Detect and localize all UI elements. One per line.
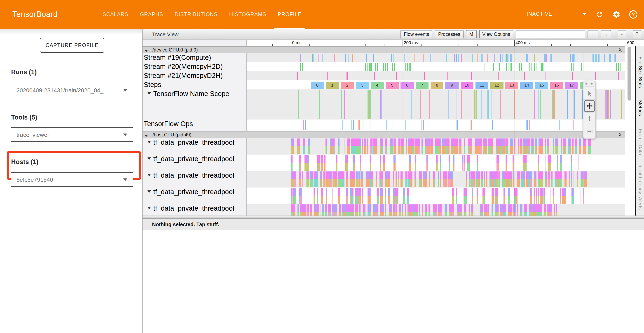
trace-event[interactable] — [498, 146, 498, 154]
trace-event[interactable] — [434, 179, 435, 187]
trace-event[interactable] — [370, 204, 371, 212]
trace-event[interactable] — [433, 179, 434, 187]
trace-event[interactable] — [496, 138, 497, 146]
collapse-triangle-icon[interactable] — [144, 135, 148, 137]
trace-event[interactable] — [441, 54, 442, 62]
trace-event[interactable] — [304, 155, 306, 163]
trace-lanes-viewport[interactable]: /device:GPU:0 (pid 0)XStream #19(Compute… — [142, 46, 635, 216]
trace-event[interactable] — [534, 54, 535, 62]
trace-event[interactable] — [318, 155, 318, 163]
trace-event[interactable] — [514, 146, 516, 154]
trace-event[interactable] — [318, 212, 319, 216]
trace-event[interactable] — [342, 204, 344, 212]
trace-event[interactable] — [506, 179, 508, 187]
trace-row-label[interactable]: Stream #19(Compute) — [142, 53, 246, 62]
trace-event[interactable] — [562, 196, 564, 204]
trace-event[interactable] — [380, 172, 380, 179]
trace-event[interactable] — [354, 188, 354, 196]
trace-event[interactable] — [483, 188, 484, 196]
toolbar-button-view-options[interactable]: View Options — [479, 30, 514, 38]
trace-event[interactable] — [383, 63, 384, 71]
trace-event[interactable] — [572, 196, 572, 204]
trace-event[interactable] — [402, 204, 403, 212]
trace-event[interactable] — [530, 188, 531, 196]
toolbar-help-button[interactable]: ? — [633, 30, 641, 38]
trace-event[interactable] — [572, 146, 573, 154]
trace-event[interactable] — [471, 204, 472, 212]
trace-event[interactable] — [479, 212, 480, 216]
trace-event[interactable] — [529, 146, 530, 154]
trace-event[interactable] — [302, 204, 304, 212]
trace-event[interactable] — [552, 212, 552, 216]
trace-event[interactable] — [317, 196, 318, 204]
trace-event[interactable] — [291, 163, 292, 170]
trace-event[interactable] — [338, 146, 340, 154]
trace-event[interactable] — [422, 179, 425, 187]
trace-event[interactable] — [545, 138, 546, 146]
trace-event[interactable] — [398, 138, 400, 146]
trace-event[interactable] — [354, 188, 356, 196]
trace-event[interactable] — [310, 179, 312, 187]
trace-event[interactable] — [434, 172, 435, 179]
trace-event[interactable] — [486, 172, 488, 179]
trace-event[interactable] — [511, 179, 512, 187]
trace-event[interactable] — [504, 146, 506, 154]
trace-event[interactable] — [473, 179, 474, 187]
trace-event[interactable] — [596, 54, 596, 62]
trace-event[interactable] — [369, 172, 370, 179]
trace-event[interactable] — [427, 138, 429, 146]
trace-event[interactable] — [448, 72, 448, 80]
trace-event[interactable] — [396, 155, 396, 163]
trace-event[interactable] — [616, 63, 616, 71]
trace-event[interactable] — [335, 172, 336, 179]
trace-event[interactable] — [497, 204, 498, 212]
trace-event[interactable] — [351, 204, 353, 212]
trace-event[interactable] — [393, 188, 395, 196]
trace-event[interactable] — [294, 196, 296, 204]
trace-event[interactable] — [493, 63, 494, 71]
trace-event[interactable] — [483, 196, 484, 204]
trace-event[interactable] — [416, 90, 416, 119]
trace-event[interactable] — [372, 146, 374, 154]
trace-event[interactable] — [500, 90, 501, 119]
trace-event[interactable] — [526, 54, 528, 62]
trace-event[interactable] — [336, 204, 337, 212]
trace-event[interactable] — [486, 204, 487, 212]
step-chip[interactable]: 9 — [446, 82, 458, 88]
trace-event[interactable] — [308, 188, 308, 196]
trace-event[interactable] — [435, 138, 436, 146]
trace-event[interactable] — [447, 146, 448, 154]
trace-event[interactable] — [427, 155, 428, 163]
trace-event[interactable] — [313, 196, 315, 204]
trace-event[interactable] — [550, 196, 550, 204]
trace-event[interactable] — [359, 212, 360, 216]
trace-event[interactable] — [413, 146, 414, 154]
trace-event[interactable] — [557, 155, 558, 163]
trace-event[interactable] — [525, 138, 526, 146]
trace-event[interactable] — [539, 179, 540, 187]
trace-event[interactable] — [370, 138, 372, 146]
trace-lane[interactable] — [246, 171, 625, 188]
trace-event[interactable] — [428, 212, 430, 216]
trace-event[interactable] — [300, 188, 302, 196]
trace-event[interactable] — [583, 138, 584, 146]
trace-event[interactable] — [471, 179, 473, 187]
trace-event[interactable] — [364, 204, 366, 212]
trace-event[interactable] — [458, 54, 458, 62]
trace-event[interactable] — [326, 146, 326, 154]
trace-event[interactable] — [410, 179, 412, 187]
trace-event[interactable] — [386, 146, 388, 154]
trace-event[interactable] — [380, 188, 382, 196]
trace-event[interactable] — [402, 138, 404, 146]
trace-event[interactable] — [466, 172, 467, 179]
trace-event[interactable] — [498, 63, 498, 71]
help-button[interactable]: ? — [629, 10, 638, 18]
trace-event[interactable] — [524, 155, 526, 163]
trace-event[interactable] — [429, 146, 431, 154]
trace-event[interactable] — [474, 90, 475, 119]
trace-event[interactable] — [433, 172, 434, 179]
trace-event[interactable] — [463, 163, 463, 170]
step-chip[interactable]: 13 — [505, 82, 518, 88]
trace-event[interactable] — [418, 212, 418, 216]
step-chip[interactable]: 16 — [550, 82, 563, 88]
